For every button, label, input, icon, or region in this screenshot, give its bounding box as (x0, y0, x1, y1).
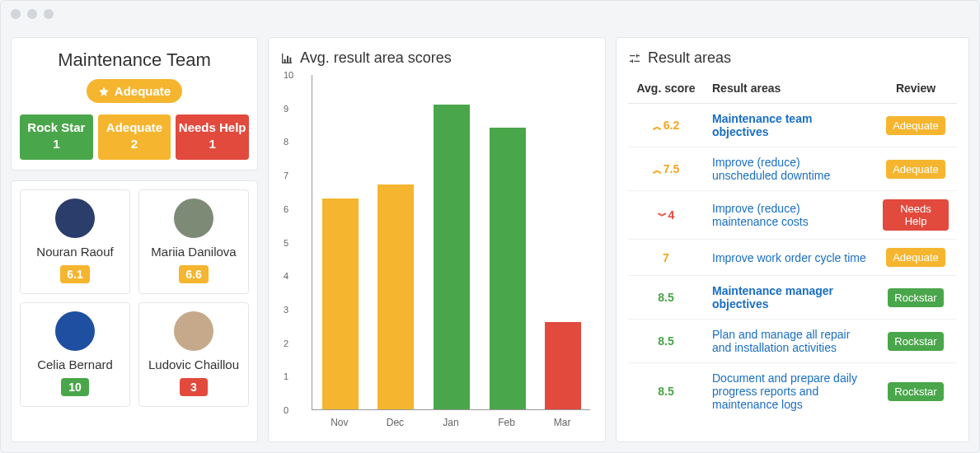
chart-bar[interactable] (434, 105, 470, 409)
person-name: Celia Bernard (24, 357, 126, 371)
review-badge: Adequate (886, 248, 945, 267)
result-area-link[interactable]: Maintenance team objectives (712, 112, 812, 138)
table-row: 8.5Maintenance manager objectivesRocksta… (628, 276, 957, 320)
summary-rock-star[interactable]: Rock Star1 (20, 114, 93, 160)
team-summary-card: Maintenance Team Adequate Rock Star1Adeq… (11, 37, 258, 170)
chart-bar[interactable] (545, 322, 581, 409)
chart-panel-title: Avg. result area scores (280, 49, 593, 67)
review-badge: Rockstar (888, 332, 943, 351)
row-avg-score: ︽6.2 (653, 119, 679, 132)
result-areas-title-text: Result areas (648, 49, 731, 67)
y-tick-label: 10 (284, 70, 293, 80)
person-score-badge: 6.1 (60, 265, 89, 283)
person-score-badge: 10 (61, 378, 89, 396)
summary-count: 1 (21, 136, 91, 152)
team-overall-badge[interactable]: Adequate (87, 79, 182, 103)
trend-down-icon: ︾ (658, 211, 667, 221)
x-tick-label: Feb (489, 417, 525, 428)
chart-bar[interactable] (377, 184, 414, 409)
review-badge: Adequate (886, 160, 945, 179)
person-name: Mariia Danilova (143, 245, 245, 259)
avatar (55, 311, 95, 351)
person-name: Nouran Raouf (24, 245, 126, 259)
window-dot (44, 9, 54, 19)
col-review[interactable]: Review (874, 73, 957, 104)
x-tick-label: Dec (377, 417, 413, 428)
trend-up-icon: ︽ (653, 121, 662, 131)
result-areas-title: Result areas (628, 49, 957, 67)
avatar (174, 198, 213, 238)
col-result-areas[interactable]: Result areas (704, 73, 874, 104)
row-avg-score: ︽7.5 (653, 162, 679, 175)
summary-count: 2 (100, 136, 170, 152)
person-card[interactable]: Mariia Danilova6.6 (138, 189, 249, 294)
y-tick-label: 2 (284, 339, 288, 348)
result-areas-table: Avg. score Result areas Review ︽6.2Maint… (628, 73, 957, 419)
table-row: ︽7.5Improve (reduce) unscheduled downtim… (628, 147, 957, 191)
row-avg-score: 8.5 (658, 334, 673, 348)
avatar (55, 198, 95, 238)
summary-label: Needs Help (177, 119, 247, 136)
x-tick-label: Nov (321, 417, 358, 428)
window-dot (27, 9, 37, 19)
review-badge: Needs Help (883, 199, 949, 231)
chart-bar[interactable] (322, 198, 359, 409)
result-areas-card: Result areas Avg. score Result areas Rev… (616, 37, 969, 442)
result-area-link[interactable]: Plan and manage all repair and installat… (712, 328, 850, 354)
chart-plot-area: 012345678910NovDecJanFebMar (280, 73, 593, 433)
table-row: 8.5Plan and manage all repair and instal… (628, 320, 957, 363)
result-area-link[interactable]: Improve work order cycle time (712, 251, 866, 264)
person-score-badge: 3 (180, 378, 208, 396)
row-avg-score: 8.5 (658, 291, 673, 304)
y-tick-label: 9 (284, 104, 288, 114)
y-tick-label: 0 (284, 405, 288, 415)
table-row: ︾4Improve (reduce) maintenance costsNeed… (628, 191, 957, 240)
result-area-link[interactable]: Maintenance manager objectives (712, 284, 833, 311)
team-title: Maintenance Team (20, 49, 249, 71)
avg-scores-chart-card: Avg. result area scores 012345678910NovD… (268, 37, 606, 442)
review-badge: Rockstar (888, 382, 943, 401)
summary-adequate[interactable]: Adequate2 (98, 114, 171, 160)
summary-needs-help[interactable]: Needs Help1 (176, 114, 249, 160)
person-name: Ludovic Chaillou (143, 357, 245, 371)
window-dot (11, 9, 21, 19)
person-card[interactable]: Ludovic Chaillou3 (138, 302, 249, 407)
person-card[interactable]: Celia Bernard10 (20, 302, 130, 407)
person-card[interactable]: Nouran Raouf6.1 (20, 189, 130, 294)
table-row: 8.5Document and prepare daily progress r… (628, 363, 957, 420)
table-row: 7Improve work order cycle timeAdequate (628, 240, 957, 276)
trend-up-icon: ︽ (653, 165, 662, 175)
row-avg-score: 7 (663, 251, 669, 264)
y-tick-label: 4 (284, 271, 288, 281)
result-area-link[interactable]: Improve (reduce) maintenance costs (712, 202, 809, 228)
x-tick-label: Jan (433, 417, 469, 428)
summary-count: 1 (177, 136, 247, 152)
review-badge: Rockstar (888, 288, 943, 307)
summary-label: Rock Star (21, 119, 91, 136)
avatar (174, 311, 213, 351)
review-badge: Adequate (886, 116, 945, 135)
sliders-icon (628, 52, 641, 65)
x-tick-label: Mar (544, 417, 580, 428)
person-score-badge: 6.6 (179, 265, 208, 283)
col-avg-score[interactable]: Avg. score (628, 73, 704, 104)
table-row: ︽6.2Maintenance team objectivesAdequate (628, 104, 957, 147)
star-icon (98, 86, 110, 97)
summary-label: Adequate (100, 119, 170, 136)
y-tick-label: 7 (284, 170, 288, 180)
y-tick-label: 5 (284, 238, 288, 248)
result-area-link[interactable]: Document and prepare daily progress repo… (712, 371, 857, 411)
team-people-card: Nouran Raouf6.1Mariia Danilova6.6Celia B… (11, 180, 258, 443)
dashboard-content: Maintenance Team Adequate Rock Star1Adeq… (1, 1, 979, 452)
result-area-link[interactable]: Improve (reduce) unscheduled downtime (712, 156, 830, 182)
y-tick-label: 8 (284, 137, 288, 147)
y-tick-label: 3 (284, 305, 288, 315)
row-avg-score: ︾4 (658, 208, 675, 222)
bar-chart-icon (280, 52, 293, 65)
chart-bar[interactable] (490, 128, 526, 409)
y-tick-label: 6 (284, 204, 288, 214)
chart-title-text: Avg. result area scores (300, 49, 452, 67)
app-frame: Maintenance Team Adequate Rock Star1Adeq… (0, 0, 980, 453)
y-tick-label: 1 (284, 371, 288, 381)
team-overall-badge-label: Adequate (115, 84, 171, 98)
